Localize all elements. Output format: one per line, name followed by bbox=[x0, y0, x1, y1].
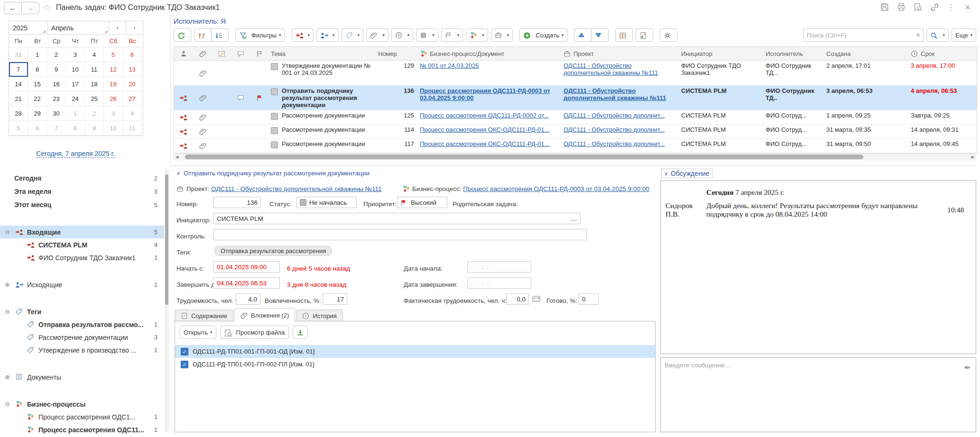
discussion-header[interactable]: ∨Обсуждение bbox=[661, 169, 712, 178]
calendar-day[interactable]: 9 bbox=[85, 121, 104, 136]
preview-icon[interactable] bbox=[913, 2, 923, 12]
settings-button[interactable] bbox=[660, 28, 677, 42]
sidebar-item[interactable]: СИСТЕМА PLM4 bbox=[0, 238, 164, 251]
calendar-day[interactable]: 19 bbox=[104, 77, 123, 91]
attachment-item[interactable]: ✓ОДС111-РД-ТП01-001-ГП-002-ПЛ [Изм. 01] bbox=[175, 358, 655, 371]
calendar-day[interactable]: 15 bbox=[28, 77, 47, 91]
sidebar-item[interactable]: Утверждение в производство ...1 bbox=[0, 344, 164, 356]
date-start-field[interactable]: . . : : bbox=[467, 261, 531, 273]
sidebar-group[interactable]: ⊖Входящие5 bbox=[0, 226, 164, 238]
sidebar-item[interactable]: Процесс рассмотрения ОДС1...1 bbox=[0, 410, 164, 423]
attachments-filter-button[interactable]: ▾ bbox=[366, 28, 388, 42]
calendar-day[interactable]: 27 bbox=[123, 91, 142, 106]
calendar-day[interactable]: 7 bbox=[9, 62, 28, 77]
column-executor[interactable]: Исполнитель bbox=[764, 50, 824, 57]
status-checkbox[interactable] bbox=[271, 127, 278, 134]
calendar-day[interactable]: 20 bbox=[123, 77, 142, 91]
calendar-next-button[interactable]: › bbox=[126, 21, 143, 34]
column-created[interactable]: Создана bbox=[824, 50, 909, 57]
next-task-button[interactable] bbox=[592, 28, 609, 42]
calendar-day[interactable]: 4 bbox=[85, 47, 104, 62]
calendar-day[interactable]: 1 bbox=[28, 47, 47, 62]
sidebar-group[interactable]: ⊕Исходящие1 bbox=[0, 278, 164, 291]
header-comment-icon[interactable] bbox=[231, 50, 250, 57]
flag-filter-button[interactable]: ▾ bbox=[441, 28, 463, 42]
involvement-field[interactable]: 17 bbox=[323, 293, 347, 305]
project-link[interactable]: ОДС111 - Обустройство дополнит... bbox=[564, 112, 665, 119]
effort-field[interactable]: 4,0 bbox=[236, 293, 260, 305]
status-checkbox[interactable] bbox=[271, 113, 278, 120]
calendar-day[interactable]: 9 bbox=[47, 62, 66, 77]
calendar-day[interactable]: 26 bbox=[104, 91, 123, 106]
tab-attachments[interactable]: Вложения (2) bbox=[234, 308, 295, 322]
number-field[interactable]: 136 bbox=[213, 197, 261, 208]
date-end-field[interactable]: . . : : bbox=[467, 277, 531, 289]
more-button[interactable]: Еще▾ bbox=[952, 28, 976, 42]
calendar-day[interactable]: 30 bbox=[47, 106, 66, 121]
column-due[interactable]: Срок bbox=[909, 50, 977, 57]
expander-icon[interactable]: ⊖ bbox=[5, 308, 12, 315]
filters-button[interactable]: Фильтры▾ bbox=[235, 28, 285, 42]
header-paperclip-icon[interactable] bbox=[193, 50, 212, 57]
status-checkbox[interactable] bbox=[271, 141, 278, 148]
calendar-day[interactable]: 5 bbox=[9, 121, 28, 136]
calendar-day[interactable]: 2 bbox=[85, 106, 104, 121]
project-link[interactable]: ОДС111 - Обустройство дополнительной скв… bbox=[564, 62, 677, 76]
calendar-day[interactable]: 18 bbox=[85, 77, 104, 91]
forward-button[interactable]: → bbox=[22, 2, 39, 14]
column-subject[interactable]: Тема bbox=[269, 50, 376, 57]
business-process-link[interactable]: Процесс рассмотрения ОДС111-РД-0003 от 0… bbox=[463, 185, 649, 192]
calendar-day[interactable]: 10 bbox=[104, 121, 123, 136]
calendar-day[interactable]: 11 bbox=[123, 121, 142, 136]
today-link[interactable]: Сегодня, 7 апреля 2025 г. bbox=[36, 150, 115, 158]
table-horizontal-scrollbar[interactable]: ◀ ▶ bbox=[174, 154, 976, 160]
task-row[interactable]: Рассмотрение документации125Процесс расс… bbox=[174, 110, 977, 125]
detail-splitter[interactable] bbox=[172, 165, 976, 166]
column-document[interactable]: Бизнес-процесс/Документ bbox=[418, 50, 562, 57]
calendar-day[interactable]: 17 bbox=[66, 77, 85, 91]
calendar-day[interactable]: 31 bbox=[9, 47, 28, 62]
calendar-day[interactable]: 21 bbox=[9, 91, 28, 106]
more-menu-icon[interactable]: ⋮ bbox=[946, 2, 956, 12]
calendar-day[interactable]: 24 bbox=[66, 91, 85, 106]
status-checkbox[interactable] bbox=[271, 88, 278, 95]
ready-field[interactable]: 0 bbox=[579, 293, 599, 305]
calendar-day[interactable]: 3 bbox=[66, 47, 85, 62]
scrollbar-thumb[interactable] bbox=[165, 174, 168, 305]
calendar-day[interactable]: 8 bbox=[66, 121, 85, 136]
send-message-icon[interactable]: ✒ bbox=[964, 363, 971, 373]
calendar-day[interactable]: 10 bbox=[66, 62, 85, 77]
favorite-star-icon[interactable]: ☆ bbox=[43, 2, 51, 13]
calendar-day[interactable]: 6 bbox=[123, 47, 142, 62]
sidebar-group[interactable]: ⊖Бизнес-процессы bbox=[0, 398, 164, 410]
download-button[interactable] bbox=[293, 326, 308, 339]
close-icon[interactable]: × bbox=[963, 2, 972, 12]
export-button[interactable] bbox=[636, 28, 653, 42]
document-link[interactable]: № 001 от 24.03.2025 bbox=[420, 62, 479, 69]
main-vertical-scrollbar[interactable] bbox=[165, 169, 169, 432]
control-field[interactable] bbox=[213, 229, 587, 240]
search-button[interactable]: ▾ bbox=[926, 28, 949, 42]
calendar-day[interactable]: 4 bbox=[123, 106, 142, 121]
calendar-day[interactable]: 16 bbox=[47, 77, 66, 91]
project-link[interactable]: ОДС111 - Обустройство дополнительной скв… bbox=[211, 185, 382, 192]
calendar-day[interactable]: 1 bbox=[66, 106, 85, 121]
search-input[interactable] bbox=[804, 32, 913, 39]
project-filter-button[interactable]: ▾ bbox=[491, 28, 513, 42]
calendar-day[interactable]: 29 bbox=[28, 106, 47, 121]
status-checkbox[interactable] bbox=[271, 63, 278, 70]
prev-task-button[interactable] bbox=[574, 28, 592, 42]
clear-search-icon[interactable]: × bbox=[913, 31, 923, 39]
scroll-right-arrow[interactable]: ▶ bbox=[970, 155, 976, 159]
print-icon[interactable] bbox=[897, 2, 906, 12]
list-view-button[interactable] bbox=[615, 28, 633, 42]
process-filter-button[interactable]: ▾ bbox=[466, 28, 488, 42]
status-filter-button[interactable]: ▾ bbox=[416, 28, 438, 42]
project-link[interactable]: ОДС111 - Обустройство дополнит... bbox=[564, 126, 665, 133]
expander-icon[interactable]: ⊖ bbox=[5, 401, 12, 408]
calendar-prev-button[interactable]: ‹ bbox=[109, 21, 126, 34]
calendar-day[interactable]: 8 bbox=[28, 62, 47, 77]
calendar-day[interactable]: 28 bbox=[9, 106, 28, 121]
initiator-field[interactable]: СИСТЕМА PLM... bbox=[213, 213, 581, 224]
sidebar-item[interactable]: Рассмотрение документации3 bbox=[0, 331, 164, 344]
